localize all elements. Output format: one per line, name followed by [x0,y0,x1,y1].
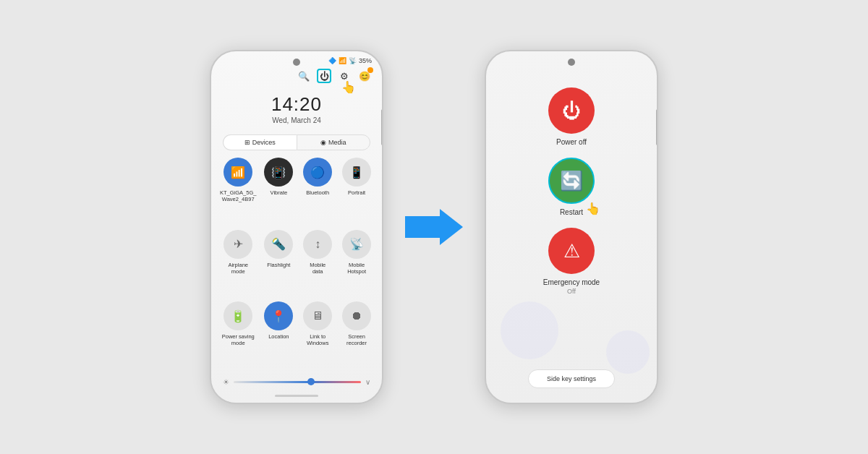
location-icon: 📍 [264,301,293,330]
tile-flashlight[interactable]: 🔦 Flashlight [262,230,295,296]
tile-bluetooth[interactable]: 🔵 Bluetooth [301,158,334,224]
mobile-data-label: Mobiledata [310,262,326,275]
wifi-icon: 📶 [224,158,252,187]
flashlight-icon: 🔦 [264,230,293,259]
emergency-label: Emergency mode [543,278,600,286]
cursor-hand: 👆 [341,80,356,94]
brightness-control[interactable]: ☀ ∨ [211,375,382,392]
portrait-icon: 📱 [342,158,371,187]
devices-grid-icon: ⊞ [244,139,250,146]
bluetooth-status-icon: 🔷 [328,57,336,64]
status-bar: 🔷 📶 📡 35% [211,51,382,67]
mobile-data-icon: ↕ [303,230,332,259]
tile-link-windows[interactable]: 🖥 Link toWindows [301,301,334,368]
battery-percent: 35% [359,57,372,64]
power-menu-screen: ⏻ Power off 🔄 👆 Restart ⚠ [486,51,657,403]
bluetooth-icon: 🔵 [303,158,332,187]
emergency-item: ⚠ Emergency mode Off [543,228,600,295]
restart-item: 🔄 👆 Restart [548,158,595,216]
screen-recorder-label: Screenrecorder [346,333,367,346]
cursor-hand-restart: 👆 [586,202,600,215]
link-windows-label: Link toWindows [307,333,328,346]
tab-devices[interactable]: ⊞ Devices [223,134,297,150]
side-key-settings-button[interactable]: Side key settings [528,369,615,388]
brightness-thumb [307,378,315,385]
tile-portrait[interactable]: 📱 Portrait [340,158,373,224]
tile-hotspot[interactable]: 📡 MobileHotspot [340,230,373,296]
screen-recorder-icon: ⏺ [342,301,371,330]
deco-circle-2 [606,330,650,374]
location-label: Location [268,333,289,340]
wifi-status-icon: 📶 [339,57,346,64]
power-off-button[interactable]: ⏻ [548,87,595,134]
quick-settings-screen: 🔷 📶 📡 35% 🔍 ⏻ ⚙ 😊 👆 14:20 Wed, March 24 [211,51,382,403]
qs-toolbar: 🔍 ⏻ ⚙ 😊 👆 [211,67,382,87]
power-saving-icon: 🔋 [224,301,252,330]
hotspot-label: MobileHotspot [347,262,366,275]
notification-badge [367,67,373,73]
brightness-expand-icon[interactable]: ∨ [365,378,370,386]
tab-media[interactable]: ◉ Media [297,134,371,150]
tile-screen-recorder[interactable]: ⏺ Screenrecorder [340,301,373,368]
power-off-label: Power off [556,138,587,146]
phone-1: 🔷 📶 📡 35% 🔍 ⏻ ⚙ 😊 👆 14:20 Wed, March 24 [210,50,383,404]
brightness-low-icon: ☀ [223,378,229,386]
power-off-item: ⏻ Power off [548,87,595,146]
phone-2: ⏻ Power off 🔄 👆 Restart ⚠ [485,50,658,404]
deco-circle-1 [501,301,558,359]
restart-label: Restart [560,208,583,216]
flashlight-label: Flashlight [267,262,290,268]
time-display: 14:20 Wed, March 24 [211,93,382,124]
restart-button[interactable]: 🔄 👆 [548,158,595,204]
qs-tabs: ⊞ Devices ◉ Media [223,134,370,150]
tile-airplane[interactable]: ✈ Airplanemode [220,230,256,296]
brightness-bar[interactable] [234,381,361,383]
tile-power-saving[interactable]: 🔋 Power savingmode [220,301,256,368]
tile-location[interactable]: 📍 Location [262,301,295,368]
airplane-icon: ✈ [224,230,252,259]
arrow-right-icon [405,209,463,245]
bluetooth-label: Bluetooth [306,189,329,196]
notification-button[interactable]: 😊 [357,69,372,83]
arrow-container [405,209,463,245]
vibrate-icon: 📳 [264,158,293,187]
airplane-label: Airplanemode [228,262,248,275]
tile-mobile-data[interactable]: ↕ Mobiledata [301,230,334,296]
date: Wed, March 24 [211,116,382,124]
scene: 🔷 📶 📡 35% 🔍 ⏻ ⚙ 😊 👆 14:20 Wed, March 24 [0,0,868,454]
svg-marker-0 [405,209,463,245]
power-saving-label: Power savingmode [222,333,255,346]
wifi-label: KT_GiGA_5G_Wave2_4B97 [220,189,256,202]
clock: 14:20 [211,93,382,116]
home-bar [275,395,318,397]
signal-status-icon: 📡 [349,57,357,64]
media-icon: ◉ [320,139,326,146]
tile-wifi[interactable]: 📶 KT_GiGA_5G_Wave2_4B97 [220,158,256,224]
power-button-highlighted[interactable]: ⏻ [317,69,331,83]
portrait-label: Portrait [348,189,365,196]
qs-tiles-grid: 📶 KT_GiGA_5G_Wave2_4B97 📳 Vibrate 🔵 Blue… [211,150,382,375]
tile-vibrate[interactable]: 📳 Vibrate [262,158,295,224]
hotspot-icon: 📡 [342,230,371,259]
emergency-button[interactable]: ⚠ [548,228,595,274]
emergency-sublabel: Off [567,288,576,295]
vibrate-label: Vibrate [271,189,288,196]
search-button[interactable]: 🔍 [297,69,311,83]
link-windows-icon: 🖥 [303,301,332,330]
